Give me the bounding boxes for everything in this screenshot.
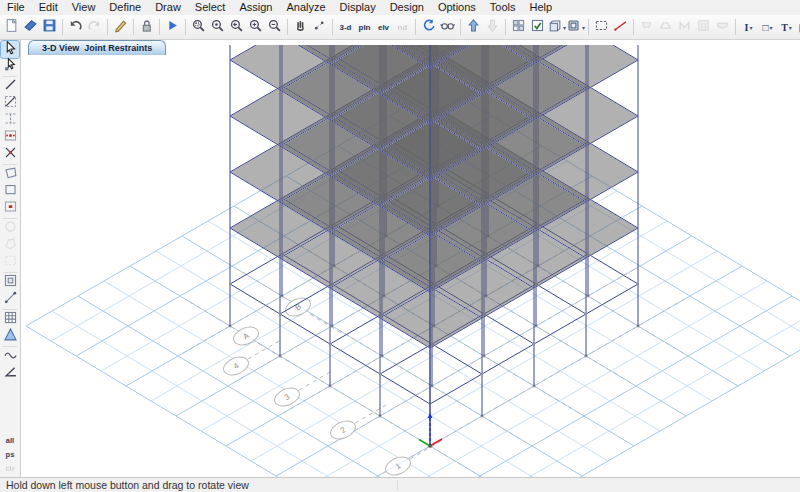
down-one-gridline-button bbox=[483, 17, 502, 37]
select-pointer-tool[interactable] bbox=[1, 41, 19, 58]
pan-button[interactable] bbox=[291, 17, 310, 37]
menu-analyze[interactable]: Analyze bbox=[279, 0, 332, 15]
menu-design[interactable]: Design bbox=[383, 0, 431, 15]
restore-full-view-button[interactable] bbox=[208, 17, 227, 37]
run-analysis-button[interactable] bbox=[163, 17, 182, 37]
draw-section-cut-tool bbox=[1, 254, 19, 271]
section-t-button[interactable]: T▾ bbox=[777, 17, 796, 37]
select-all-label: all bbox=[6, 436, 14, 445]
section-box-button[interactable]: ▣▾ bbox=[796, 17, 800, 37]
undo-button[interactable] bbox=[66, 17, 85, 37]
select-intersecting-line-button[interactable] bbox=[611, 17, 630, 37]
run-analysis-icon bbox=[165, 18, 180, 37]
section-i-button[interactable]: I▾ bbox=[739, 17, 758, 37]
object-shrink-button[interactable]: ▾ bbox=[547, 17, 566, 37]
object-shrink-icon bbox=[547, 18, 562, 37]
rotate-view-icon bbox=[421, 18, 436, 37]
save-model-button[interactable] bbox=[40, 17, 59, 37]
menu-select[interactable]: Select bbox=[188, 0, 233, 15]
draw-extruded-view-icon bbox=[3, 327, 18, 346]
extrude-view-button[interactable]: ▾ bbox=[566, 17, 585, 37]
menu-tools[interactable]: Tools bbox=[483, 0, 523, 15]
reshape-object-tool[interactable] bbox=[1, 58, 19, 75]
toolbar-separator bbox=[107, 19, 108, 35]
toolbar-separator bbox=[287, 19, 288, 35]
lock-model-icon bbox=[139, 18, 154, 37]
section-rect-button[interactable]: □▾ bbox=[758, 17, 777, 37]
menu-view[interactable]: View bbox=[65, 0, 103, 15]
select-all-button[interactable]: all bbox=[1, 433, 19, 447]
menu-options[interactable]: Options bbox=[431, 0, 483, 15]
assign-area-button bbox=[694, 17, 713, 37]
view-window-tab[interactable]: 3-D View Joint Restraints bbox=[28, 40, 166, 55]
section-t-dropdown-caret[interactable]: ▾ bbox=[789, 24, 792, 31]
status-divider bbox=[397, 480, 398, 490]
zoom-out-one-step-button[interactable] bbox=[265, 17, 284, 37]
redo-icon bbox=[87, 18, 102, 37]
section-rect-dropdown-caret[interactable]: ▾ bbox=[770, 24, 773, 31]
rubber-band-zoom-button[interactable] bbox=[189, 17, 208, 37]
menu-display[interactable]: Display bbox=[333, 0, 383, 15]
draw-curve-tool[interactable] bbox=[1, 348, 19, 365]
side-toolbar: allpsclr bbox=[0, 40, 21, 477]
edit-grid-button[interactable] bbox=[509, 17, 528, 37]
extrude-view-dropdown-caret[interactable]: ▾ bbox=[582, 24, 585, 31]
named-view-label: nd bbox=[398, 23, 408, 32]
quick-draw-brace-x-tool[interactable] bbox=[1, 146, 19, 163]
quick-draw-area-icon bbox=[3, 199, 18, 218]
menu-file[interactable]: File bbox=[0, 0, 32, 15]
viewport-3d-scene[interactable]: 1234AB bbox=[21, 45, 800, 477]
draw-poly-area-tool[interactable] bbox=[1, 166, 19, 183]
refresh-window-button[interactable] bbox=[111, 17, 130, 37]
section-i-dropdown-caret[interactable]: ▾ bbox=[749, 24, 752, 31]
database-table-tool[interactable] bbox=[1, 311, 19, 328]
draw-solid-tool[interactable] bbox=[1, 274, 19, 291]
selection-shortcuts: allpsclr bbox=[1, 433, 19, 475]
select-window-button[interactable] bbox=[592, 17, 611, 37]
quick-draw-frame-tool[interactable] bbox=[1, 95, 19, 112]
draw-frame-tool[interactable] bbox=[1, 78, 19, 95]
plan-view-label: pln bbox=[359, 23, 371, 32]
previous-zoom-button[interactable] bbox=[227, 17, 246, 37]
save-model-icon bbox=[42, 18, 57, 37]
assign-cable-icon bbox=[677, 18, 692, 37]
lock-model-button[interactable] bbox=[137, 17, 156, 37]
toolbar-separator bbox=[633, 19, 634, 35]
measure-angle-tool[interactable] bbox=[1, 365, 19, 382]
quick-draw-area-tool[interactable] bbox=[1, 200, 19, 217]
menu-draw[interactable]: Draw bbox=[148, 0, 188, 15]
previous-selection-label: ps bbox=[6, 450, 15, 459]
perspective-toggle-button[interactable] bbox=[438, 17, 457, 37]
up-one-gridline-icon bbox=[466, 18, 481, 37]
menu-help[interactable]: Help bbox=[523, 0, 560, 15]
draw-link-tool[interactable] bbox=[1, 291, 19, 308]
draw-rect-area-tool[interactable] bbox=[1, 183, 19, 200]
up-one-gridline-button[interactable] bbox=[464, 17, 483, 37]
down-one-gridline-icon bbox=[485, 18, 500, 37]
rotate-view-button[interactable] bbox=[419, 17, 438, 37]
section-t-label: T bbox=[781, 22, 788, 33]
quick-draw-braces-tool[interactable] bbox=[1, 112, 19, 129]
menu-define[interactable]: Define bbox=[102, 0, 148, 15]
reshape-object-icon bbox=[3, 57, 18, 76]
menu-edit[interactable]: Edit bbox=[32, 0, 65, 15]
redo-button bbox=[85, 17, 104, 37]
previous-selection-button[interactable]: ps bbox=[1, 447, 19, 461]
previous-zoom-icon bbox=[229, 18, 244, 37]
quick-draw-brace-x-icon bbox=[3, 145, 18, 164]
menu-assign[interactable]: Assign bbox=[232, 0, 279, 15]
zoom-in-one-step-button[interactable] bbox=[246, 17, 265, 37]
quick-draw-secondary-beams-tool[interactable] bbox=[1, 129, 19, 146]
status-bar: Hold down left mouse button and drag to … bbox=[0, 477, 800, 492]
display-options-button[interactable] bbox=[528, 17, 547, 37]
plan-view-button[interactable]: pln bbox=[355, 17, 374, 37]
main-toolbar: 3-dplnelvnd▾▾I▾□▾T▾▣▾≡▾C▾—▾ bbox=[0, 15, 800, 40]
draw-extruded-view-tool[interactable] bbox=[1, 328, 19, 345]
elevation-view-button[interactable]: elv bbox=[374, 17, 393, 37]
new-model-button[interactable] bbox=[2, 17, 21, 37]
view-3d-button[interactable]: 3-d bbox=[336, 17, 355, 37]
model-viewport[interactable]: 1234AB 3-D View Joint Restraints bbox=[21, 40, 800, 477]
snap-to-points-button[interactable] bbox=[310, 17, 329, 37]
sap2000-window: FileEditViewDefineDrawSelectAssignAnalyz… bbox=[0, 0, 800, 492]
open-model-button[interactable] bbox=[21, 17, 40, 37]
